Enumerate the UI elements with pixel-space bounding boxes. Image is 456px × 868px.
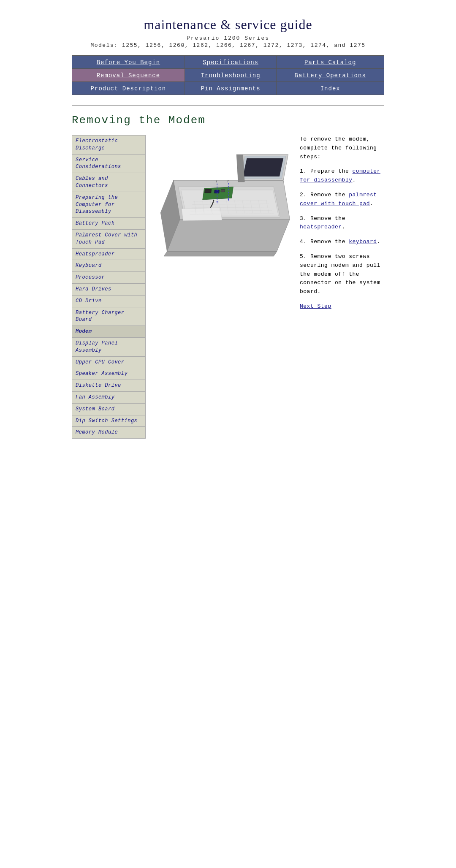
nav-cell-index[interactable]: Index (277, 82, 384, 95)
nav-row-2: Removal Sequence Troubleshooting Battery… (72, 69, 384, 82)
sidebar: Electrostatic Discharge Service Consider… (72, 135, 146, 439)
nav-cell-removal-sequence[interactable]: Removal Sequence (72, 69, 185, 82)
content-area: Electrostatic Discharge Service Consider… (72, 135, 384, 439)
sidebar-link-service-considerations[interactable]: Service Considerations (76, 157, 142, 171)
svg-text:?: ? (215, 179, 217, 183)
step-1-text: Prepare the (310, 168, 353, 174)
instruction-step-2: 2. Remove the palmrest cover with touch … (300, 191, 384, 209)
sidebar-item-cables-connectors[interactable]: Cables and Connectors (72, 173, 145, 192)
nav-cell-battery-operations[interactable]: Battery Operations (277, 69, 384, 82)
instructions-panel: To remove the modem, complete the follow… (300, 135, 384, 311)
sidebar-link-hard-drives[interactable]: Hard Drives (76, 286, 142, 293)
instruction-step-4: 4. Remove the keyboard. (300, 238, 384, 247)
sidebar-link-cables-connectors[interactable]: Cables and Connectors (76, 175, 142, 190)
nav-cell-product-description[interactable]: Product Description (72, 82, 185, 95)
sidebar-item-electrostatic-discharge[interactable]: Electrostatic Discharge (72, 136, 145, 155)
sidebar-link-diskette-drive[interactable]: Diskette Drive (76, 382, 142, 389)
nav-link-removal-sequence[interactable]: Removal Sequence (97, 72, 160, 79)
sidebar-item-fan-assembly[interactable]: Fan Assembly (72, 392, 145, 404)
sidebar-item-diskette-drive[interactable]: Diskette Drive (72, 380, 145, 392)
svg-marker-3 (164, 251, 277, 256)
sidebar-link-display-panel[interactable]: Display Panel Assembly (76, 340, 142, 354)
sidebar-link-electrostatic-discharge[interactable]: Electrostatic Discharge (76, 138, 142, 152)
nav-cell-parts-catalog[interactable]: Parts Catalog (277, 56, 384, 69)
step-2-number: 2. (300, 192, 307, 198)
sidebar-link-preparing-computer[interactable]: Preparing the Computer for Disassembly (76, 194, 142, 215)
step-3-number: 3. (300, 215, 307, 222)
divider (72, 105, 384, 106)
sidebar-link-speaker-assembly[interactable]: Speaker Assembly (76, 370, 142, 377)
step-4-text: Remove the (310, 239, 349, 245)
step-1-number: 1. (300, 168, 307, 174)
sidebar-item-preparing-computer[interactable]: Preparing the Computer for Disassembly (72, 192, 145, 218)
main-title: maintenance & service guide (72, 17, 384, 33)
step-5-number: 5. (300, 253, 307, 260)
sidebar-link-dip-switch[interactable]: Dip Switch Settings (76, 418, 142, 425)
step-4-link[interactable]: keyboard (349, 239, 377, 245)
step-2-text: Remove the (310, 192, 349, 198)
laptop-diagram: ? ? (154, 135, 293, 296)
step-4-number: 4. (300, 239, 307, 245)
svg-marker-0 (167, 219, 290, 252)
main-content: ? ? (154, 135, 384, 311)
instruction-step-1: 1. Prepare the computer for disassembly. (300, 167, 384, 185)
page-header: maintenance & service guide Presario 120… (72, 17, 384, 49)
sidebar-link-battery-charger-board[interactable]: Battery Charger Board (76, 309, 142, 324)
sidebar-link-heatspreader[interactable]: Heatspreader (76, 251, 142, 258)
models-text: Models: 1255, 1256, 1260, 1262, 1266, 12… (72, 42, 384, 49)
instructions-intro: To remove the modem, complete the follow… (300, 135, 384, 161)
sidebar-item-system-board[interactable]: System Board (72, 404, 145, 415)
sidebar-link-keyboard[interactable]: Keyboard (76, 262, 142, 269)
nav-cell-troubleshooting[interactable]: Troubleshooting (185, 69, 277, 82)
sidebar-link-upper-cpu-cover[interactable]: Upper CPU Cover (76, 359, 142, 366)
sidebar-link-battery-pack[interactable]: Battery Pack (76, 220, 142, 227)
nav-link-specifications[interactable]: Specifications (203, 59, 258, 66)
step-3-link[interactable]: heatspreader (300, 224, 342, 230)
nav-link-product-description[interactable]: Product Description (91, 85, 166, 92)
sidebar-link-cd-drive[interactable]: CD Drive (76, 298, 142, 305)
nav-link-index[interactable]: Index (320, 85, 340, 92)
svg-text:?: ? (227, 179, 229, 183)
nav-cell-pin-assignments[interactable]: Pin Assignments (185, 82, 277, 95)
sidebar-item-dip-switch[interactable]: Dip Switch Settings (72, 415, 145, 427)
sidebar-item-heatspreader[interactable]: Heatspreader (72, 249, 145, 260)
sidebar-link-memory-module[interactable]: Memory Module (76, 429, 142, 436)
sidebar-link-fan-assembly[interactable]: Fan Assembly (76, 394, 142, 401)
sidebar-item-battery-charger-board[interactable]: Battery Charger Board (72, 307, 145, 326)
diagram-area: ? ? (154, 135, 384, 311)
sidebar-item-processor[interactable]: Processor (72, 272, 145, 284)
sidebar-item-upper-cpu-cover[interactable]: Upper CPU Cover (72, 357, 145, 369)
sidebar-item-modem[interactable]: Modem (72, 326, 145, 338)
svg-marker-8 (243, 158, 283, 176)
sidebar-item-memory-module[interactable]: Memory Module (72, 427, 145, 438)
sidebar-item-speaker-assembly[interactable]: Speaker Assembly (72, 368, 145, 380)
sidebar-item-display-panel[interactable]: Display Panel Assembly (72, 338, 145, 357)
sidebar-link-processor[interactable]: Processor (76, 274, 142, 281)
nav-table: Before You Begin Specifications Parts Ca… (72, 55, 384, 95)
nav-link-troubleshooting[interactable]: Troubleshooting (201, 72, 261, 79)
nav-row-3: Product Description Pin Assignments Inde… (72, 82, 384, 95)
sidebar-link-system-board[interactable]: System Board (76, 406, 142, 413)
sidebar-item-hard-drives[interactable]: Hard Drives (72, 284, 145, 296)
page-heading: Removing the Modem (72, 114, 384, 127)
instruction-step-3: 3. Remove the heatspreader. (300, 214, 384, 232)
next-step-link[interactable]: Next Step (300, 303, 331, 309)
nav-link-battery-operations[interactable]: Battery Operations (295, 72, 366, 79)
sidebar-link-modem[interactable]: Modem (76, 328, 142, 335)
sidebar-item-keyboard[interactable]: Keyboard (72, 260, 145, 272)
step-5-text: Remove two screws securing modem and pul… (300, 253, 380, 295)
sidebar-item-battery-pack[interactable]: Battery Pack (72, 218, 145, 230)
sidebar-item-cd-drive[interactable]: CD Drive (72, 296, 145, 307)
nav-link-parts-catalog[interactable]: Parts Catalog (304, 59, 356, 66)
nav-cell-specifications[interactable]: Specifications (185, 56, 277, 69)
laptop-diagram-svg: ? ? (154, 135, 293, 271)
sidebar-item-palmrest-cover[interactable]: Palmrest Cover with Touch Pad (72, 230, 145, 249)
step-3-text: Remove the (310, 215, 345, 222)
nav-link-pin-assignments[interactable]: Pin Assignments (201, 85, 261, 92)
instruction-step-5: 5. Remove two screws securing modem and … (300, 252, 384, 296)
svg-marker-20 (182, 208, 222, 221)
nav-link-before-you-begin[interactable]: Before You Begin (97, 59, 160, 66)
sidebar-link-palmrest-cover[interactable]: Palmrest Cover with Touch Pad (76, 232, 142, 246)
sidebar-item-service-considerations[interactable]: Service Considerations (72, 155, 145, 174)
nav-cell-before-you-begin[interactable]: Before You Begin (72, 56, 185, 69)
